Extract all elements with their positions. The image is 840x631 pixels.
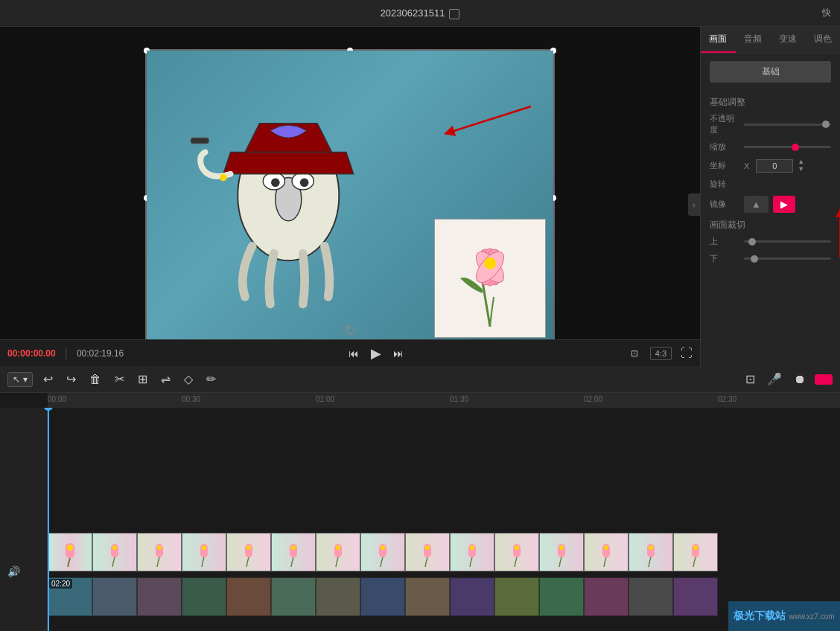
tab-color[interactable]: 调色 bbox=[805, 27, 840, 53]
mirror-row: 镜像 ▲ ▶ bbox=[710, 196, 831, 213]
preview-area: ↻ bbox=[0, 27, 700, 369]
crop-bottom-row: 下 bbox=[710, 253, 831, 264]
title-text: 202306231511 bbox=[381, 7, 445, 19]
pen-button[interactable]: ✏ bbox=[203, 371, 219, 388]
flower-track[interactable]: (function(){ const strip = document.quer… bbox=[48, 533, 718, 571]
mic-button[interactable]: 🎤 bbox=[764, 371, 785, 388]
video-frame bbox=[137, 577, 182, 616]
current-time: 00:00:00.00 bbox=[7, 348, 56, 359]
flower-image bbox=[434, 219, 546, 338]
project-title: 202306231511 bbox=[381, 7, 460, 19]
svg-point-74 bbox=[693, 545, 698, 550]
crop-top-row: 上 bbox=[710, 236, 831, 247]
side-collapse-button[interactable]: › bbox=[688, 193, 700, 216]
video-preview[interactable]: ↻ bbox=[145, 49, 555, 347]
selection-tool-dropdown[interactable]: ↖ ▾ bbox=[7, 372, 33, 387]
svg-point-22 bbox=[112, 545, 117, 550]
flower-frame bbox=[92, 533, 137, 571]
video-frame bbox=[539, 577, 584, 616]
mirror-horizontal-button[interactable]: ▲ bbox=[744, 196, 769, 213]
video-track-timestamp: 02:20 bbox=[49, 579, 72, 589]
rotation-row: 旋转 bbox=[710, 179, 831, 190]
crop-top-label: 上 bbox=[710, 236, 739, 247]
opacity-label: 不透明度 bbox=[710, 113, 739, 135]
fast-button[interactable]: 快 bbox=[822, 7, 831, 19]
tab-picture[interactable]: 画面 bbox=[701, 27, 736, 53]
coord-x-input[interactable] bbox=[756, 159, 793, 173]
controls-bar: 00:00:00.00 | 00:02:19.16 ⏮ ▶ ⏭ ⊡ 4:3 ⛶ bbox=[0, 339, 700, 366]
svg-point-30 bbox=[202, 545, 206, 550]
resize-tool[interactable]: ⊡ bbox=[742, 371, 758, 388]
split-button[interactable]: ⊞ bbox=[135, 371, 150, 388]
flower-frame bbox=[182, 533, 226, 571]
flower-frame bbox=[629, 533, 673, 571]
panel-tabs: 画面 音频 变速 调色 bbox=[701, 27, 840, 54]
scale-label: 缩放 bbox=[710, 141, 739, 153]
timeline-ruler: 00:00 00:30 01:00 01:30 02:00 02:30 bbox=[48, 393, 840, 408]
flower-frame bbox=[450, 533, 494, 571]
video-frame bbox=[271, 577, 316, 616]
record-button[interactable]: ⏺ bbox=[791, 371, 809, 388]
svg-point-70 bbox=[649, 545, 653, 550]
svg-point-7 bbox=[220, 174, 227, 182]
tab-speed[interactable]: 变速 bbox=[771, 27, 806, 53]
undo-button[interactable]: ↩ bbox=[40, 371, 56, 388]
tab-audio[interactable]: 音频 bbox=[736, 27, 771, 53]
coord-up-arrow[interactable]: ▲ bbox=[798, 158, 804, 165]
playhead[interactable] bbox=[48, 408, 49, 631]
video-frame bbox=[494, 577, 539, 616]
mirror-label: 镜像 bbox=[710, 199, 739, 210]
right-panel: 画面 音频 变速 调色 基础 基础调整 不透明度 缩放 坐标 X ▲ bbox=[700, 27, 840, 369]
cut-button[interactable]: ✂ bbox=[112, 371, 127, 388]
delete-button[interactable]: 🗑 bbox=[86, 371, 104, 388]
ruler-mark-1: 00:30 bbox=[182, 395, 200, 403]
opacity-row: 不透明度 bbox=[710, 113, 831, 135]
watermark-text: 极光下载站 bbox=[734, 609, 786, 623]
edit-icon[interactable] bbox=[449, 9, 459, 19]
reload-button[interactable]: ↻ bbox=[344, 321, 357, 339]
timeline[interactable]: 🔊 (function(){ const strip = document.qu… bbox=[0, 408, 840, 631]
flower-frame bbox=[137, 533, 182, 571]
ratio-button[interactable]: 4:3 bbox=[650, 347, 672, 360]
svg-point-62 bbox=[559, 545, 564, 550]
total-time: 00:02:19.16 bbox=[77, 348, 124, 359]
topbar: 202306231511 快 bbox=[0, 0, 840, 27]
svg-point-38 bbox=[291, 545, 296, 550]
flip-button[interactable]: ⇌ bbox=[158, 371, 174, 388]
skip-end-button[interactable]: ⏭ bbox=[390, 346, 407, 361]
flower-frame bbox=[226, 533, 271, 571]
flower-frame bbox=[539, 533, 584, 571]
opacity-slider[interactable] bbox=[744, 124, 831, 126]
video-frame bbox=[405, 577, 450, 616]
flower-frame bbox=[360, 533, 405, 571]
svg-point-50 bbox=[425, 545, 430, 550]
flower-frame bbox=[48, 533, 92, 571]
video-frame bbox=[584, 577, 629, 616]
dropdown-arrow: ▾ bbox=[23, 374, 28, 385]
coord-down-arrow[interactable]: ▼ bbox=[798, 166, 804, 173]
redo-button[interactable]: ↪ bbox=[63, 371, 79, 388]
fullscreen-button[interactable]: ⛶ bbox=[681, 347, 693, 360]
skip-start-button[interactable]: ⏮ bbox=[346, 346, 362, 361]
panel-content: 基础 基础调整 不透明度 缩放 坐标 X ▲ ▼ bbox=[701, 54, 840, 278]
keyframe-button[interactable]: ◇ bbox=[181, 371, 196, 388]
volume-icon[interactable]: 🔊 bbox=[7, 566, 20, 577]
ruler-mark-3: 01:30 bbox=[450, 395, 468, 403]
mirror-vertical-button[interactable]: ▶ bbox=[773, 196, 795, 213]
flower-frame bbox=[271, 533, 316, 571]
cartoon-figure bbox=[169, 65, 422, 318]
flower-frame bbox=[405, 533, 450, 571]
ruler-mark-5: 02:30 bbox=[718, 395, 736, 403]
crop-bottom-slider[interactable] bbox=[744, 257, 831, 260]
toolbar-right: ⊡ 🎤 ⏺ bbox=[742, 371, 833, 388]
crop-button[interactable]: ⊡ bbox=[628, 347, 641, 360]
play-button[interactable]: ▶ bbox=[371, 345, 381, 362]
timeline-left: 🔊 bbox=[0, 408, 48, 631]
svg-point-54 bbox=[470, 545, 474, 550]
video-track[interactable]: 02:20 (function(){ const colors = ['#3a6… bbox=[48, 577, 718, 616]
svg-point-66 bbox=[604, 545, 608, 550]
svg-point-42 bbox=[336, 545, 340, 550]
basic-section-button[interactable]: 基础 bbox=[710, 61, 831, 83]
crop-top-slider[interactable] bbox=[744, 240, 831, 243]
scale-slider[interactable] bbox=[744, 146, 831, 148]
